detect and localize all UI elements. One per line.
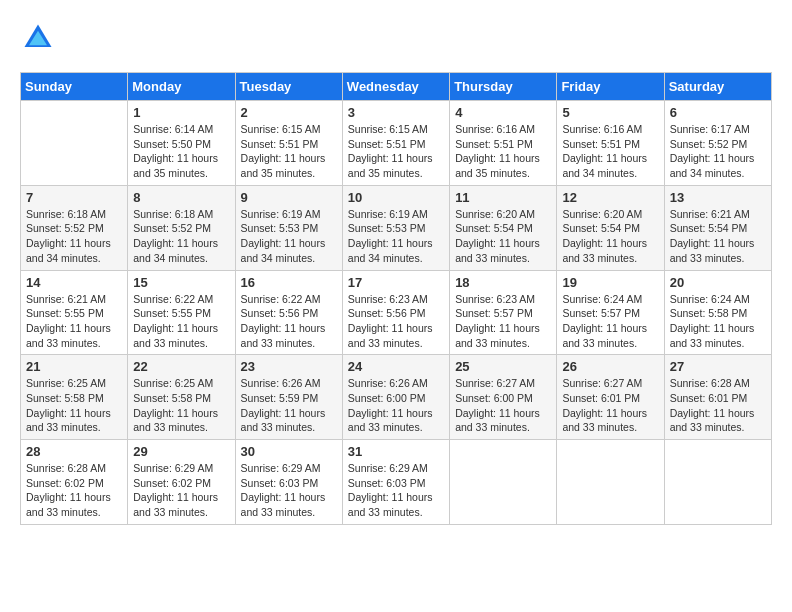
calendar-cell: 14Sunrise: 6:21 AM Sunset: 5:55 PM Dayli… [21,270,128,355]
calendar-cell: 10Sunrise: 6:19 AM Sunset: 5:53 PM Dayli… [342,185,449,270]
day-info: Sunrise: 6:27 AM Sunset: 6:01 PM Dayligh… [562,376,658,435]
day-number: 10 [348,190,444,205]
day-number: 14 [26,275,122,290]
calendar-table: SundayMondayTuesdayWednesdayThursdayFrid… [20,72,772,525]
calendar-cell: 3Sunrise: 6:15 AM Sunset: 5:51 PM Daylig… [342,101,449,186]
calendar-cell: 23Sunrise: 6:26 AM Sunset: 5:59 PM Dayli… [235,355,342,440]
day-info: Sunrise: 6:27 AM Sunset: 6:00 PM Dayligh… [455,376,551,435]
day-number: 7 [26,190,122,205]
day-number: 22 [133,359,229,374]
calendar-cell [450,440,557,525]
calendar-cell: 1Sunrise: 6:14 AM Sunset: 5:50 PM Daylig… [128,101,235,186]
calendar-cell: 29Sunrise: 6:29 AM Sunset: 6:02 PM Dayli… [128,440,235,525]
calendar-cell: 6Sunrise: 6:17 AM Sunset: 5:52 PM Daylig… [664,101,771,186]
day-number: 18 [455,275,551,290]
day-info: Sunrise: 6:25 AM Sunset: 5:58 PM Dayligh… [26,376,122,435]
day-info: Sunrise: 6:20 AM Sunset: 5:54 PM Dayligh… [562,207,658,266]
calendar-cell: 17Sunrise: 6:23 AM Sunset: 5:56 PM Dayli… [342,270,449,355]
calendar-cell: 8Sunrise: 6:18 AM Sunset: 5:52 PM Daylig… [128,185,235,270]
day-number: 1 [133,105,229,120]
day-info: Sunrise: 6:28 AM Sunset: 6:02 PM Dayligh… [26,461,122,520]
day-info: Sunrise: 6:29 AM Sunset: 6:02 PM Dayligh… [133,461,229,520]
calendar-cell [557,440,664,525]
day-info: Sunrise: 6:22 AM Sunset: 5:55 PM Dayligh… [133,292,229,351]
calendar-header-tuesday: Tuesday [235,73,342,101]
calendar-cell: 15Sunrise: 6:22 AM Sunset: 5:55 PM Dayli… [128,270,235,355]
calendar-header-monday: Monday [128,73,235,101]
day-number: 2 [241,105,337,120]
calendar-cell: 21Sunrise: 6:25 AM Sunset: 5:58 PM Dayli… [21,355,128,440]
day-info: Sunrise: 6:25 AM Sunset: 5:58 PM Dayligh… [133,376,229,435]
calendar-cell: 18Sunrise: 6:23 AM Sunset: 5:57 PM Dayli… [450,270,557,355]
day-info: Sunrise: 6:21 AM Sunset: 5:55 PM Dayligh… [26,292,122,351]
day-info: Sunrise: 6:26 AM Sunset: 5:59 PM Dayligh… [241,376,337,435]
calendar-header-saturday: Saturday [664,73,771,101]
day-number: 20 [670,275,766,290]
calendar-cell: 28Sunrise: 6:28 AM Sunset: 6:02 PM Dayli… [21,440,128,525]
calendar-cell: 31Sunrise: 6:29 AM Sunset: 6:03 PM Dayli… [342,440,449,525]
day-info: Sunrise: 6:26 AM Sunset: 6:00 PM Dayligh… [348,376,444,435]
day-info: Sunrise: 6:28 AM Sunset: 6:01 PM Dayligh… [670,376,766,435]
calendar-cell: 5Sunrise: 6:16 AM Sunset: 5:51 PM Daylig… [557,101,664,186]
day-number: 23 [241,359,337,374]
calendar-cell: 26Sunrise: 6:27 AM Sunset: 6:01 PM Dayli… [557,355,664,440]
day-info: Sunrise: 6:19 AM Sunset: 5:53 PM Dayligh… [348,207,444,266]
day-info: Sunrise: 6:21 AM Sunset: 5:54 PM Dayligh… [670,207,766,266]
calendar-header-sunday: Sunday [21,73,128,101]
day-info: Sunrise: 6:23 AM Sunset: 5:57 PM Dayligh… [455,292,551,351]
day-info: Sunrise: 6:19 AM Sunset: 5:53 PM Dayligh… [241,207,337,266]
day-number: 12 [562,190,658,205]
day-info: Sunrise: 6:15 AM Sunset: 5:51 PM Dayligh… [348,122,444,181]
day-info: Sunrise: 6:24 AM Sunset: 5:57 PM Dayligh… [562,292,658,351]
day-number: 15 [133,275,229,290]
day-number: 9 [241,190,337,205]
page-header [20,20,772,56]
day-info: Sunrise: 6:29 AM Sunset: 6:03 PM Dayligh… [241,461,337,520]
day-number: 31 [348,444,444,459]
day-info: Sunrise: 6:17 AM Sunset: 5:52 PM Dayligh… [670,122,766,181]
calendar-cell [21,101,128,186]
day-number: 21 [26,359,122,374]
day-number: 29 [133,444,229,459]
calendar-cell: 7Sunrise: 6:18 AM Sunset: 5:52 PM Daylig… [21,185,128,270]
day-number: 5 [562,105,658,120]
day-number: 17 [348,275,444,290]
day-info: Sunrise: 6:23 AM Sunset: 5:56 PM Dayligh… [348,292,444,351]
day-number: 28 [26,444,122,459]
day-number: 11 [455,190,551,205]
logo-icon [20,20,56,56]
calendar-cell: 4Sunrise: 6:16 AM Sunset: 5:51 PM Daylig… [450,101,557,186]
day-number: 19 [562,275,658,290]
day-info: Sunrise: 6:18 AM Sunset: 5:52 PM Dayligh… [26,207,122,266]
calendar-week-row: 1Sunrise: 6:14 AM Sunset: 5:50 PM Daylig… [21,101,772,186]
day-number: 3 [348,105,444,120]
day-info: Sunrise: 6:15 AM Sunset: 5:51 PM Dayligh… [241,122,337,181]
calendar-cell: 19Sunrise: 6:24 AM Sunset: 5:57 PM Dayli… [557,270,664,355]
calendar-cell: 20Sunrise: 6:24 AM Sunset: 5:58 PM Dayli… [664,270,771,355]
day-info: Sunrise: 6:24 AM Sunset: 5:58 PM Dayligh… [670,292,766,351]
day-number: 13 [670,190,766,205]
calendar-cell: 9Sunrise: 6:19 AM Sunset: 5:53 PM Daylig… [235,185,342,270]
calendar-cell [664,440,771,525]
day-info: Sunrise: 6:14 AM Sunset: 5:50 PM Dayligh… [133,122,229,181]
day-number: 8 [133,190,229,205]
calendar-week-row: 7Sunrise: 6:18 AM Sunset: 5:52 PM Daylig… [21,185,772,270]
calendar-week-row: 28Sunrise: 6:28 AM Sunset: 6:02 PM Dayli… [21,440,772,525]
day-number: 25 [455,359,551,374]
calendar-week-row: 14Sunrise: 6:21 AM Sunset: 5:55 PM Dayli… [21,270,772,355]
calendar-header-friday: Friday [557,73,664,101]
calendar-cell: 30Sunrise: 6:29 AM Sunset: 6:03 PM Dayli… [235,440,342,525]
day-number: 27 [670,359,766,374]
calendar-cell: 12Sunrise: 6:20 AM Sunset: 5:54 PM Dayli… [557,185,664,270]
day-info: Sunrise: 6:16 AM Sunset: 5:51 PM Dayligh… [562,122,658,181]
day-number: 30 [241,444,337,459]
calendar-cell: 11Sunrise: 6:20 AM Sunset: 5:54 PM Dayli… [450,185,557,270]
calendar-cell: 27Sunrise: 6:28 AM Sunset: 6:01 PM Dayli… [664,355,771,440]
calendar-cell: 13Sunrise: 6:21 AM Sunset: 5:54 PM Dayli… [664,185,771,270]
day-info: Sunrise: 6:20 AM Sunset: 5:54 PM Dayligh… [455,207,551,266]
day-info: Sunrise: 6:16 AM Sunset: 5:51 PM Dayligh… [455,122,551,181]
logo [20,20,60,56]
calendar-cell: 24Sunrise: 6:26 AM Sunset: 6:00 PM Dayli… [342,355,449,440]
calendar-cell: 16Sunrise: 6:22 AM Sunset: 5:56 PM Dayli… [235,270,342,355]
calendar-cell: 25Sunrise: 6:27 AM Sunset: 6:00 PM Dayli… [450,355,557,440]
